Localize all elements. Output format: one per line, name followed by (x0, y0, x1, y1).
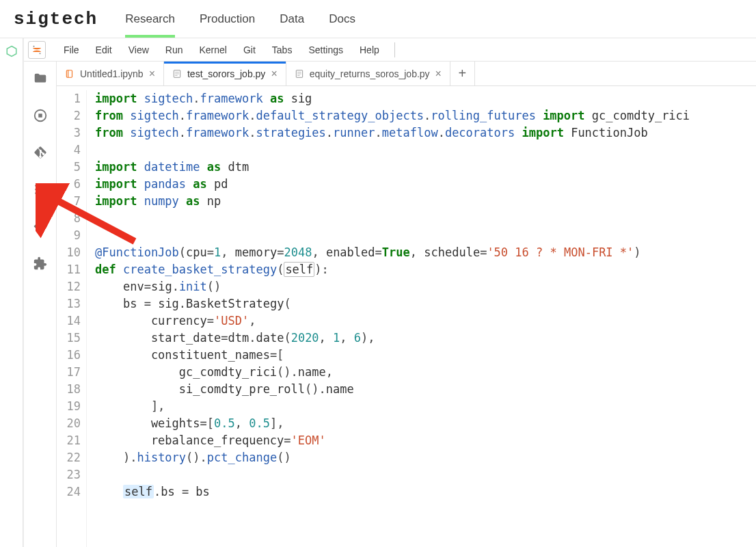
code-line[interactable]: currency='USD', (95, 312, 756, 330)
code-line[interactable]: ], (95, 398, 756, 415)
python-icon (295, 69, 304, 79)
svg-point-7 (35, 189, 37, 191)
svg-rect-8 (38, 189, 45, 190)
svg-rect-11 (66, 70, 72, 77)
jupyter-logo[interactable] (28, 41, 46, 59)
svg-rect-10 (38, 193, 45, 194)
code-line[interactable]: rebalance_frequency='EOM' (95, 432, 756, 449)
git-icon[interactable] (33, 145, 48, 160)
code-line[interactable]: start_date=dtm.date(2020, 1, 6), (95, 330, 756, 347)
tab-0[interactable]: Untitled1.ipynb× (57, 62, 164, 85)
menu-run[interactable]: Run (157, 42, 191, 58)
menu-divider (394, 42, 395, 57)
code-line[interactable]: @FunctionJob(cpu=1, memory=2048, enabled… (95, 244, 756, 261)
tab-label: test_sorors_job.py (187, 68, 265, 79)
tab-label: Untitled1.ipynb (80, 68, 144, 79)
code-icon[interactable] (33, 219, 48, 234)
toc-icon[interactable] (33, 182, 48, 197)
close-icon[interactable]: × (271, 68, 277, 80)
menu-tabs[interactable]: Tabs (264, 42, 301, 58)
svg-point-9 (35, 192, 37, 194)
top-nav: ResearchProductionDataDocs (125, 1, 355, 37)
activity-bar (24, 62, 57, 547)
close-icon[interactable]: × (149, 68, 155, 80)
menu-settings[interactable]: Settings (300, 42, 351, 58)
tab-1[interactable]: test_sorors_job.py× (164, 62, 286, 85)
menu-git[interactable]: Git (235, 42, 264, 58)
code-line[interactable]: import pandas as pd (95, 176, 756, 193)
menu-file[interactable]: File (55, 42, 87, 58)
code-line[interactable]: env=sig.init() (95, 278, 756, 295)
svg-point-1 (33, 45, 35, 46)
left-rail (0, 38, 23, 547)
code-line[interactable]: constituent_names=[ (95, 347, 756, 364)
tab-bar: Untitled1.ipynb×test_sorors_job.py×equit… (57, 62, 756, 86)
code-line[interactable]: import datetime as dtm (95, 159, 756, 176)
svg-point-2 (40, 53, 41, 54)
brand-logo: sigtech (14, 9, 98, 29)
code-line[interactable]: ).history().pct_change() (95, 449, 756, 466)
top-header: sigtech ResearchProductionDataDocs (0, 0, 756, 38)
line-gutter: 123456789101112131415161718192021222324 (57, 90, 87, 547)
code-line[interactable]: import sigtech.framework as sig (95, 90, 756, 107)
python-icon (172, 69, 182, 79)
code-line[interactable]: gc_comdty_rici().name, (95, 364, 756, 381)
editor-area: Untitled1.ipynb×test_sorors_job.py×equit… (57, 62, 756, 547)
code-line[interactable]: si_comdty_pre_roll().name (95, 381, 756, 398)
code-line[interactable] (95, 227, 756, 244)
tab-label: equity_returns_soros_job.py (310, 68, 430, 79)
code-line[interactable]: weights=[0.5, 0.5], (95, 415, 756, 432)
top-nav-research[interactable]: Research (125, 1, 175, 37)
svg-marker-0 (7, 46, 16, 57)
menu-kernel[interactable]: Kernel (191, 42, 234, 58)
shell: FileEditViewRunKernelGitTabsSettingsHelp… (0, 38, 756, 547)
code-content[interactable]: import sigtech.framework as sigfrom sigt… (87, 90, 756, 547)
code-line[interactable]: self.bs = bs (95, 483, 756, 501)
code-line[interactable] (95, 466, 756, 483)
code-line[interactable]: def create_basket_strategy(self): (95, 261, 756, 278)
top-nav-docs[interactable]: Docs (329, 1, 355, 37)
notebook-icon (65, 69, 75, 79)
menu-edit[interactable]: Edit (87, 42, 120, 58)
new-tab-button[interactable]: + (450, 62, 475, 85)
jupyter-icon (31, 44, 43, 56)
menu-help[interactable]: Help (351, 42, 388, 58)
code-line[interactable]: bs = sig.BasketStrategy( (95, 295, 756, 312)
extensions-icon[interactable] (33, 256, 48, 271)
svg-point-5 (35, 185, 37, 187)
ide: FileEditViewRunKernelGitTabsSettingsHelp… (23, 38, 756, 547)
code-line[interactable]: import numpy as np (95, 193, 756, 210)
close-icon[interactable]: × (435, 68, 442, 80)
folder-icon[interactable] (33, 71, 48, 86)
code-line[interactable]: from sigtech.framework.default_strategy_… (95, 107, 756, 124)
hexagon-icon (5, 45, 18, 57)
top-nav-production[interactable]: Production (200, 1, 255, 37)
running-icon[interactable] (33, 108, 48, 123)
top-nav-data[interactable]: Data (280, 1, 304, 37)
code-line[interactable]: from sigtech.framework.strategies.runner… (95, 124, 756, 142)
code-editor[interactable]: 123456789101112131415161718192021222324 … (57, 86, 756, 547)
tab-2[interactable]: equity_returns_soros_job.py× (286, 62, 450, 85)
code-line[interactable] (95, 142, 756, 159)
svg-rect-4 (38, 114, 42, 118)
menu-view[interactable]: View (120, 42, 157, 58)
ide-body: Untitled1.ipynb×test_sorors_job.py×equit… (24, 62, 756, 547)
menu-bar: FileEditViewRunKernelGitTabsSettingsHelp (24, 38, 756, 62)
code-line[interactable] (95, 210, 756, 227)
svg-rect-6 (38, 185, 45, 187)
